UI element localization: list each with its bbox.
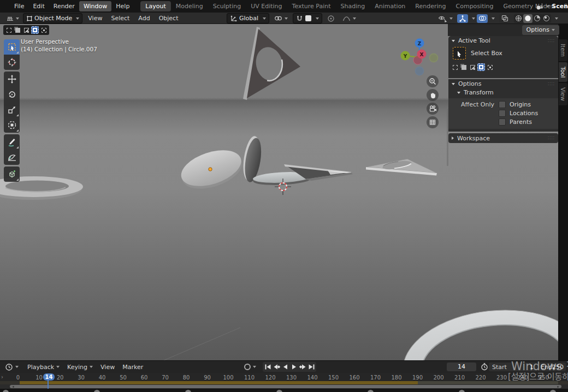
pan-button[interactable] bbox=[427, 89, 439, 101]
workspace-tab-compositing[interactable]: Compositing bbox=[451, 1, 499, 11]
pivot-point-dropdown[interactable] bbox=[271, 14, 291, 23]
next-keyframe-button[interactable] bbox=[298, 363, 307, 371]
proportional-edit-button[interactable] bbox=[324, 14, 338, 23]
jump-start-button[interactable] bbox=[263, 363, 272, 371]
orientation-dropdown[interactable]: Global bbox=[227, 13, 269, 23]
select-mode-new[interactable] bbox=[451, 63, 459, 71]
play-reverse-button[interactable] bbox=[281, 363, 289, 371]
tool-select-box[interactable] bbox=[4, 39, 20, 55]
orthographic-toggle-button[interactable] bbox=[427, 116, 439, 128]
menu-render[interactable]: Render bbox=[49, 1, 79, 11]
workspace-tab-layout[interactable]: Layout bbox=[140, 1, 170, 11]
snapping-group[interactable] bbox=[293, 13, 322, 23]
prev-keyframe-button[interactable] bbox=[272, 363, 281, 371]
tool-measure[interactable] bbox=[4, 150, 20, 165]
select-mode-subtract[interactable] bbox=[469, 63, 476, 71]
select-mode-intersect[interactable] bbox=[486, 63, 494, 71]
select-box-tool-icon[interactable] bbox=[453, 47, 466, 60]
menu-file[interactable]: File bbox=[10, 1, 28, 11]
panel-workspace[interactable]: Workspace ········ bbox=[448, 133, 558, 143]
panel-grip-icon[interactable]: ········ bbox=[548, 136, 555, 140]
timeline-menu-playback[interactable]: Playback bbox=[23, 362, 63, 372]
big-ring-object[interactable] bbox=[398, 301, 568, 360]
camera-view-button[interactable] bbox=[427, 103, 439, 115]
active-tool-header[interactable]: Active Tool ········ bbox=[448, 36, 558, 45]
viewport-menu-add[interactable]: Add bbox=[134, 13, 154, 23]
panel-scrollbar[interactable] bbox=[447, 109, 448, 166]
workspace-tab-shading[interactable]: Shading bbox=[336, 1, 370, 11]
panel-grip-icon[interactable]: ········ bbox=[548, 82, 555, 86]
chevron-down-icon[interactable] bbox=[472, 17, 475, 20]
workspace-tab-texture-paint[interactable]: Texture Paint bbox=[287, 1, 336, 11]
viewport-menu-view[interactable]: View bbox=[84, 13, 106, 23]
select-mode-invert[interactable] bbox=[31, 26, 39, 34]
viewport-menu-object[interactable]: Object bbox=[155, 13, 183, 23]
workspace-tab-uv-editing[interactable]: UV Editing bbox=[246, 1, 287, 11]
select-mode-extend[interactable] bbox=[14, 26, 21, 34]
gizmos-toggle[interactable] bbox=[457, 14, 468, 23]
workspace-tab-animation[interactable]: Animation bbox=[370, 1, 410, 11]
select-mode-new[interactable] bbox=[5, 26, 13, 34]
tool-add-cube[interactable] bbox=[4, 167, 20, 182]
menu-edit[interactable]: Edit bbox=[28, 1, 49, 11]
tool-annotate[interactable] bbox=[4, 134, 20, 150]
region-expand-arrow[interactable]: › bbox=[1, 374, 3, 380]
workspace-tab-modeling[interactable]: Modeling bbox=[171, 1, 208, 11]
options-dropdown-button[interactable]: Options bbox=[522, 25, 559, 35]
shading-rendered-button[interactable] bbox=[542, 14, 551, 23]
viewport-menu-select[interactable]: Select bbox=[106, 13, 134, 23]
select-mode-invert[interactable] bbox=[477, 63, 485, 71]
mode-dropdown[interactable]: Object Mode bbox=[23, 13, 82, 23]
timeline-menu-marker[interactable]: Marker bbox=[119, 362, 147, 372]
timeline-menu-keying[interactable]: Keying bbox=[63, 362, 97, 372]
panel-grip-icon[interactable]: ········ bbox=[548, 39, 555, 43]
checkbox-locations[interactable] bbox=[499, 110, 506, 117]
3d-viewport[interactable]: Z Y X User Perspective (14) Collection |… bbox=[0, 24, 568, 360]
object-origin-dot[interactable] bbox=[209, 168, 212, 171]
menu-help[interactable]: Help bbox=[111, 1, 134, 11]
checkbox-origins[interactable] bbox=[499, 101, 506, 108]
overlays-toggle[interactable] bbox=[477, 14, 488, 23]
playhead-line[interactable] bbox=[48, 381, 49, 389]
shading-material-button[interactable] bbox=[532, 14, 542, 23]
sidebar-tab-item[interactable]: Item bbox=[559, 39, 567, 61]
scene-selector[interactable]: Scen bbox=[535, 0, 568, 13]
timeline-scrollbar-thumb[interactable] bbox=[10, 385, 561, 388]
sidebar-tab-tool[interactable]: Tool bbox=[559, 62, 567, 82]
options-header[interactable]: Options ········ bbox=[448, 79, 558, 88]
select-mode-intersect[interactable] bbox=[40, 26, 48, 34]
workspace-tab-rendering[interactable]: Rendering bbox=[410, 1, 451, 11]
timeline-editor-type-button[interactable] bbox=[2, 362, 21, 372]
tool-transform[interactable] bbox=[4, 117, 20, 133]
end-frame-field[interactable]: End 250 bbox=[537, 363, 566, 371]
timeline-menu-view[interactable]: View bbox=[97, 362, 119, 372]
current-frame-field[interactable]: 14 bbox=[447, 363, 476, 371]
tool-cursor[interactable] bbox=[4, 55, 20, 70]
shading-solid-button[interactable] bbox=[523, 14, 532, 23]
tool-scale[interactable] bbox=[4, 102, 20, 117]
checkbox-parents[interactable] bbox=[499, 118, 506, 126]
jump-end-button[interactable] bbox=[307, 363, 316, 371]
workspace-tab-sculpting[interactable]: Sculpting bbox=[208, 1, 246, 11]
transform-subheader[interactable]: Transform bbox=[448, 88, 558, 97]
current-frame-badge[interactable]: 14 bbox=[43, 373, 55, 381]
axis-negative-y-ball[interactable] bbox=[430, 54, 438, 62]
tool-move[interactable] bbox=[4, 72, 20, 87]
falloff-dropdown[interactable] bbox=[340, 14, 359, 23]
triangle-object[interactable] bbox=[243, 27, 300, 100]
axis-negative-z-ball[interactable] bbox=[416, 67, 424, 75]
editor-type-button[interactable] bbox=[3, 14, 22, 23]
right-triangle-object[interactable] bbox=[366, 159, 437, 176]
navigation-gizmo[interactable]: Z Y X bbox=[401, 39, 438, 75]
zoom-button[interactable] bbox=[427, 75, 439, 87]
menu-window[interactable]: Window bbox=[79, 1, 111, 11]
show-gizmo-visibility-dropdown[interactable] bbox=[435, 14, 455, 23]
timeline-ruler[interactable]: 14 0102030405060708090100110120130140150… bbox=[0, 373, 568, 381]
start-frame-field[interactable]: Start 1 bbox=[489, 363, 537, 371]
auto-keying-toggle[interactable] bbox=[244, 364, 256, 370]
selected-disk-object[interactable] bbox=[177, 144, 247, 195]
shading-wireframe-button[interactable] bbox=[514, 14, 523, 23]
xray-toggle[interactable] bbox=[499, 14, 510, 23]
play-button[interactable] bbox=[289, 363, 298, 371]
chevron-down-icon[interactable] bbox=[555, 17, 558, 20]
